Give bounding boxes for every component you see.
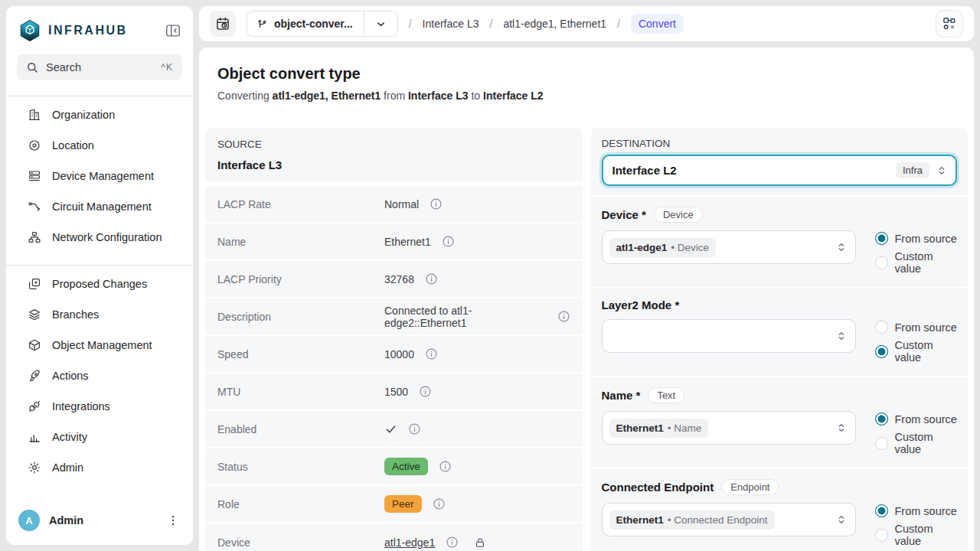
sidebar-collapse-icon[interactable] (164, 21, 182, 40)
page-title: Object convert type (217, 65, 956, 83)
layers-icon (28, 308, 41, 321)
device-link[interactable]: atl1-edge1 (384, 536, 435, 549)
info-icon[interactable] (408, 422, 421, 435)
breadcrumb-separator: / (490, 18, 493, 30)
search-input[interactable]: Search ^K (17, 54, 182, 80)
subtitle-to-type: Interface L2 (483, 90, 544, 102)
sidebar-item-location[interactable]: Location (11, 130, 188, 161)
from-source-radio[interactable]: From source (875, 504, 958, 517)
source-row-name: Name Ethernet1 (205, 223, 583, 261)
destination-heading: DESTINATION (602, 138, 958, 149)
row-label: Role (217, 498, 384, 510)
info-icon[interactable] (419, 385, 432, 398)
row-label: Device (217, 536, 384, 549)
time-travel-button[interactable] (210, 11, 236, 37)
info-icon[interactable] (557, 310, 570, 323)
select-stepper-icon (835, 330, 848, 342)
info-icon[interactable] (439, 460, 452, 473)
avatar: A (18, 510, 40, 531)
from-source-radio[interactable]: From source (875, 412, 958, 425)
sidebar-item-label: Actions (52, 370, 89, 382)
value-mode-radios: From source Custom value (875, 503, 958, 547)
name-select[interactable]: Ethernet1• Name (602, 411, 856, 445)
layer2-mode-select[interactable] (602, 319, 856, 353)
gear-icon (28, 461, 41, 474)
from-source-radio[interactable]: From source (875, 321, 958, 334)
schema-visualizer-button[interactable] (936, 10, 963, 37)
field-layer2-mode: Layer2 Mode * From source Custom value (591, 287, 969, 376)
sidebar-item-label: Device Management (52, 170, 154, 182)
source-row-lacp-rate: LACP Rate Normal (205, 186, 583, 223)
custom-value-radio[interactable]: Custom value (875, 523, 958, 547)
sidebar-item-organization[interactable]: Organization (11, 99, 188, 130)
info-icon[interactable] (442, 235, 455, 248)
info-icon[interactable] (425, 272, 438, 285)
row-label: Description (217, 311, 384, 323)
sidebar-item-proposed-changes[interactable]: Proposed Changes (11, 269, 188, 299)
info-icon[interactable] (425, 347, 438, 360)
select-stepper-icon (835, 422, 848, 434)
source-row-lacp-priority: LACP Priority 32768 (205, 261, 583, 298)
git-branch-icon (256, 18, 268, 30)
from-source-radio[interactable]: From source (875, 232, 958, 245)
custom-value-radio[interactable]: Custom value (875, 431, 958, 455)
source-row-device: Device atl1-edge1 (205, 523, 583, 551)
destination-type-value: Interface L2 (612, 164, 896, 177)
breadcrumb-interface-l3[interactable]: Interface L3 (423, 18, 479, 30)
row-label: Status (217, 461, 384, 473)
custom-value-radio[interactable]: Custom value (875, 339, 958, 364)
connected-endpoint-select[interactable]: Ethernet1• Connected Endpoint (602, 503, 856, 536)
namespace-badge: Infra (896, 162, 929, 178)
destination-type-select[interactable]: Interface L2 Infra (602, 155, 958, 186)
user-name: Admin (49, 514, 156, 527)
breadcrumb-separator: / (617, 18, 620, 30)
breadcrumb-object[interactable]: atl1-edge1, Ethernet1 (503, 18, 606, 30)
sidebar-item-object-management[interactable]: Object Management (11, 330, 188, 360)
row-label: MTU (217, 386, 384, 398)
infrahub-logo-icon (18, 19, 41, 42)
sidebar-item-admin[interactable]: Admin (11, 452, 188, 483)
breadcrumb-convert[interactable]: Convert (631, 14, 684, 34)
info-icon[interactable] (433, 497, 446, 510)
status-badge: Active (384, 458, 428, 475)
source-row-status: Status Active (205, 448, 583, 486)
diff-icon (28, 277, 41, 291)
sidebar-item-branches[interactable]: Branches (11, 299, 188, 330)
source-row-enabled: Enabled (205, 411, 583, 448)
subtitle-text: Converting (217, 90, 270, 102)
sidebar-item-actions[interactable]: Actions (11, 360, 188, 391)
app-title: INFRAHUB (48, 24, 157, 37)
field-label: Layer2 Mode * (602, 298, 680, 311)
field-label: Connected Endpoint (602, 481, 714, 494)
sidebar-item-device-management[interactable]: Device Management (11, 161, 188, 191)
branch-selector-dropdown[interactable] (364, 18, 397, 30)
row-label: Speed (217, 348, 384, 360)
sidebar-item-activity[interactable]: Activity (11, 422, 188, 452)
calendar-clock-icon (215, 16, 230, 31)
info-icon[interactable] (446, 536, 459, 549)
custom-value-radio[interactable]: Custom value (875, 250, 958, 275)
source-row-mtu: MTU 1500 (205, 373, 583, 411)
row-label: Name (217, 236, 384, 248)
branch-selector[interactable]: object-conver... (247, 11, 398, 37)
field-label: Name * (602, 389, 641, 402)
sidebar-item-label: Organization (52, 109, 115, 121)
sidebar-item-label: Location (52, 139, 94, 152)
sidebar-item-circuit-management[interactable]: Circuit Management (11, 191, 188, 222)
select-stepper-icon (835, 241, 848, 253)
device-select[interactable]: atl1-edge1• Device (602, 230, 856, 264)
plug-icon (28, 399, 41, 413)
user-menu[interactable]: A Admin (6, 499, 193, 545)
server-icon (28, 169, 41, 183)
sidebar-item-network-configuration[interactable]: Network Configuration (11, 222, 188, 253)
schema-graph-icon (942, 16, 957, 31)
sidebar-item-label: Branches (52, 308, 99, 321)
sidebar-item-integrations[interactable]: Integrations (11, 391, 188, 422)
info-icon[interactable] (430, 197, 443, 210)
sidebar-item-label: Network Configuration (52, 231, 162, 243)
select-stepper-icon (835, 514, 848, 526)
rocket-icon (28, 369, 41, 383)
row-value: Ethernet1 (384, 236, 431, 248)
kebab-menu-icon[interactable] (165, 511, 181, 530)
subtitle-text: to (471, 90, 480, 102)
